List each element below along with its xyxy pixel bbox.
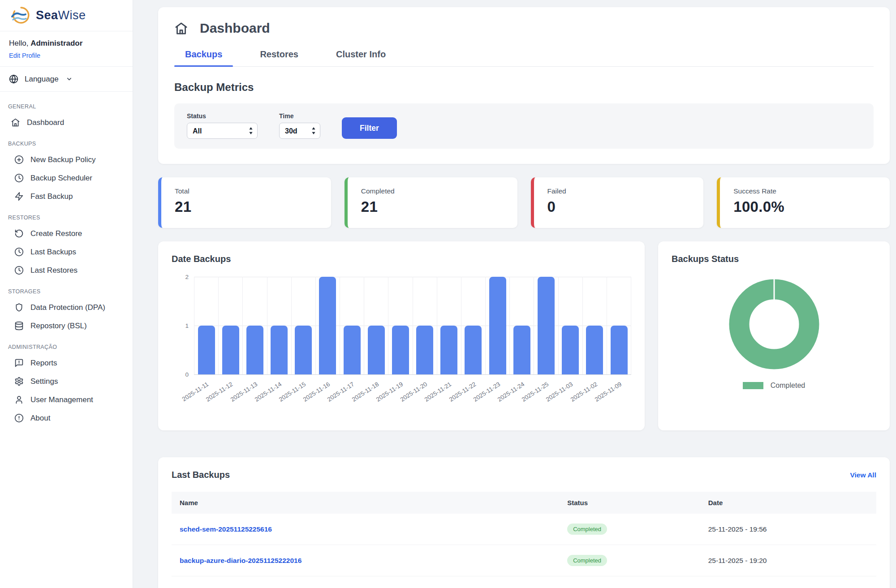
bar-2025-11-16[interactable]	[319, 277, 336, 374]
sidebar-item-about[interactable]: About	[8, 409, 125, 427]
tab-cluster-info[interactable]: Cluster Info	[325, 49, 396, 66]
metric-card-failed: Failed 0	[531, 177, 704, 228]
backup-name-link[interactable]: sched-sem-20251125225616	[180, 525, 272, 533]
sidebar-item-reports[interactable]: Reports	[8, 354, 125, 372]
time-select[interactable]: 30d	[279, 123, 320, 139]
sidebar-item-label: Last Restores	[30, 266, 78, 275]
cell-status: Completed	[559, 545, 700, 576]
date-backups-bar-chart: 210	[172, 277, 631, 415]
metric-value: 100.0%	[733, 198, 876, 215]
metric-label: Completed	[361, 187, 504, 195]
language-selector[interactable]: Language	[0, 67, 133, 92]
bar-2025-11-17[interactable]	[344, 326, 361, 374]
nav-section-label-restores: RESTORES	[8, 215, 125, 221]
cell-name: sched-sem-20251125225616	[172, 514, 559, 545]
metric-label: Success Rate	[733, 187, 876, 195]
bar-slot	[194, 277, 218, 374]
bar-slot	[388, 277, 412, 374]
sidebar-item-new-backup-policy[interactable]: New Backup Policy	[8, 150, 125, 169]
sidebar-item-label: Dashboard	[27, 118, 64, 127]
bar-slot	[582, 277, 607, 374]
metric-card-total: Total 21	[158, 177, 331, 228]
tab-restores[interactable]: Restores	[249, 49, 309, 66]
status-select[interactable]: All	[187, 123, 258, 139]
sidebar-item-create-restore[interactable]: Create Restore	[8, 224, 125, 243]
sidebar-nav: GENERALDashboardBACKUPSNew Backup Policy…	[0, 92, 133, 436]
cell-name: backup-azure-diario-20251125222016	[172, 545, 559, 576]
clock-icon	[14, 266, 24, 275]
bar-2025-11-24[interactable]	[513, 326, 530, 374]
sidebar-item-user-management[interactable]: User Management	[8, 391, 125, 409]
cell-date: 25-11-2025 - 19:56	[700, 514, 876, 545]
seawise-logo-icon	[9, 6, 33, 26]
greeting-username: Administrador	[30, 39, 82, 47]
alert-circle-icon	[14, 413, 24, 423]
x-tick-label: 2025-11-02	[569, 381, 599, 403]
view-all-link[interactable]: View All	[850, 471, 876, 479]
bar-slot	[534, 277, 558, 374]
user-greeting-block: Hello, Administrador Edit Profile	[0, 31, 133, 67]
x-tick-label: 2025-11-21	[423, 381, 452, 403]
metric-value: 21	[361, 198, 504, 215]
bar-2025-11-19[interactable]	[392, 326, 409, 374]
legend-swatch-completed	[743, 382, 763, 389]
x-tick-label: 2025-11-14	[254, 381, 283, 403]
sidebar-item-last-backups[interactable]: Last Backups	[8, 243, 125, 261]
x-tick-label: 2025-11-17	[326, 381, 355, 403]
bar-2025-11-20[interactable]	[416, 326, 433, 374]
y-tick-label: 1	[172, 322, 189, 329]
last-backups-title: Last Backups	[172, 470, 230, 480]
filter-button[interactable]: Filter	[342, 117, 397, 139]
time-filter-label: Time	[279, 112, 320, 120]
bar-2025-11-12[interactable]	[222, 326, 239, 374]
bar-2025-11-02[interactable]	[586, 326, 603, 374]
user-icon	[14, 395, 24, 404]
page-title: Dashboard	[200, 21, 270, 36]
backups-status-card: Backups Status Completed: 21 Completed	[658, 241, 890, 430]
sidebar-item-data-protection-dpa[interactable]: Data Protection (DPA)	[8, 298, 125, 317]
cell-status: Completed	[559, 514, 700, 545]
backup-name-link[interactable]: backup-azure-diario-20251125222016	[180, 557, 302, 564]
greeting-text: Hello, Administrador	[9, 39, 124, 48]
main-content: Dashboard BackupsRestoresCluster Info Ba…	[133, 0, 896, 588]
sidebar-item-repostory-bsl[interactable]: Repostory (BSL)	[8, 317, 125, 335]
bar-2025-11-11[interactable]	[198, 326, 215, 374]
time-select-wrap: 30d	[279, 123, 320, 139]
sidebar-item-label: About	[30, 414, 50, 423]
tab-bar: BackupsRestoresCluster Info	[174, 49, 874, 67]
column-header-status: Status	[559, 492, 700, 514]
bar-slot	[607, 277, 631, 374]
table-row: backup-azure-diario-20251125222016 Compl…	[172, 545, 876, 576]
bar-2025-11-23[interactable]	[489, 277, 506, 374]
edit-profile-link[interactable]: Edit Profile	[9, 52, 40, 59]
x-tick-label: 2025-11-15	[278, 381, 307, 403]
donut-legend: Completed	[743, 382, 805, 390]
brand-name-light: Wise	[58, 9, 86, 22]
sidebar-item-settings[interactable]: Settings	[8, 372, 125, 391]
x-tick-label: 2025-11-18	[351, 381, 380, 403]
bar-2025-11-09[interactable]	[611, 326, 628, 374]
sidebar-item-dashboard[interactable]: Dashboard	[8, 113, 125, 132]
greeting-prefix: Hello,	[9, 39, 30, 47]
sidebar-item-backup-scheduler[interactable]: Backup Scheduler	[8, 169, 125, 187]
last-backups-table: Name Status Date sched-sem-2025112522561…	[172, 492, 876, 576]
bar-2025-11-21[interactable]	[440, 326, 457, 374]
sidebar-item-fast-backup[interactable]: Fast Backup	[8, 187, 125, 206]
bar-2025-11-18[interactable]	[368, 326, 385, 374]
bar-2025-11-15[interactable]	[295, 326, 312, 374]
plus-circle-icon	[14, 155, 24, 164]
bar-2025-11-14[interactable]	[271, 326, 288, 374]
bar-slot	[461, 277, 485, 374]
bar-2025-11-25[interactable]	[538, 277, 555, 374]
status-filter-group: Status All	[187, 112, 258, 139]
column-header-name: Name	[172, 492, 559, 514]
dashboard-header-card: Dashboard BackupsRestoresCluster Info Ba…	[158, 7, 890, 164]
column-header-date: Date	[700, 492, 876, 514]
tab-backups[interactable]: Backups	[174, 49, 233, 66]
x-tick-label: 2025-11-11	[181, 381, 210, 403]
bar-2025-11-22[interactable]	[465, 326, 482, 374]
sidebar-item-last-restores[interactable]: Last Restores	[8, 261, 125, 279]
bar-2025-11-13[interactable]	[246, 326, 263, 374]
bar-2025-11-03[interactable]	[562, 326, 579, 374]
status-select-wrap: All	[187, 123, 258, 139]
